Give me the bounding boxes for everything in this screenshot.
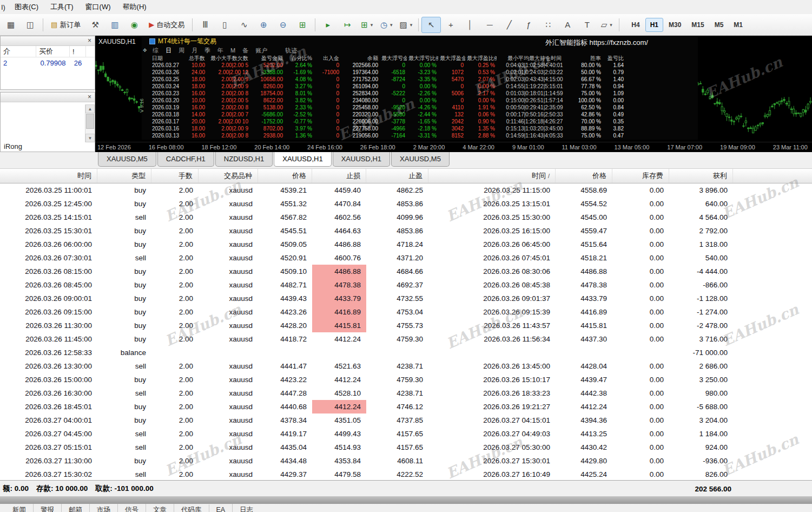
timeframe-button[interactable]: M1 <box>729 18 748 32</box>
terminal-tab[interactable]: 信号 <box>117 504 146 512</box>
zoom-in-button[interactable]: ⊕ <box>254 17 273 33</box>
stats-menu-item[interactable]: 备 <box>242 47 248 55</box>
history-header-cell[interactable]: 价格 <box>556 169 612 183</box>
move-icon[interactable]: ✥ <box>143 48 147 53</box>
close-icon[interactable]: × <box>85 94 94 101</box>
history-row[interactable]: 2026.03.26 15:00:00buy2.00xauusd4423.224… <box>0 373 812 386</box>
column-header[interactable]: 买价 <box>36 46 70 57</box>
timeframe-button[interactable]: M5 <box>710 18 729 32</box>
auto-trading-button[interactable]: ▶ 自动交易 <box>144 17 189 33</box>
history-row[interactable]: 2026.03.27 04:45:00sell2.00xauusd4419.17… <box>0 427 812 441</box>
tile-windows-button[interactable]: ⊞ <box>293 17 312 33</box>
history-row[interactable]: 2026.03.26 16:30:00sell2.00xauusd4447.28… <box>0 386 812 400</box>
print-button[interactable]: ▥ <box>105 17 124 33</box>
profiles-button[interactable]: ◫ <box>21 17 40 33</box>
auto-scroll-button[interactable]: ▸ <box>318 17 338 33</box>
stats-menu-item[interactable]: 周 <box>179 47 184 55</box>
chart-tab[interactable]: XAUUSD,M5 <box>98 152 156 167</box>
chart-tab[interactable]: NZDUSD,H1 <box>215 152 273 167</box>
line-chart-button[interactable]: ∿ <box>234 17 254 33</box>
history-row[interactable]: 2026.03.26 08:15:00buy2.00xauusd4509.104… <box>0 265 812 278</box>
chart-tab[interactable]: XAUUSD,H1 <box>333 152 390 167</box>
history-row[interactable]: 2026.03.25 12:45:00buy2.00xauusd4551.324… <box>0 197 812 211</box>
history-row[interactable]: 2026.03.26 11:45:00buy2.00xauusd4418.724… <box>0 332 812 346</box>
menu-item[interactable]: 窗口(W) <box>80 0 117 14</box>
menu-item[interactable]: 图表(C) <box>9 0 44 14</box>
history-header-cell[interactable]: 手数 <box>151 169 199 183</box>
history-header-cell[interactable]: 库存费 <box>612 169 669 183</box>
stats-menu-item[interactable]: 季 <box>204 47 210 55</box>
close-icon[interactable]: × <box>85 37 94 45</box>
history-row[interactable]: 2026.03.27 05:15:01sell2.00xauusd4435.04… <box>0 441 812 454</box>
terminal-tab[interactable]: 代码库 <box>174 504 209 512</box>
scrollbar[interactable]: ▲ ▼ <box>85 104 95 142</box>
history-header-cell[interactable]: 交易品种 <box>199 169 258 183</box>
stats-menu-item[interactable]: M <box>230 47 235 54</box>
column-header[interactable]: ! <box>70 46 86 57</box>
history-row[interactable]: 2026.03.26 07:30:01sell2.00xauusd4520.91… <box>0 251 812 265</box>
history-header-cell[interactable]: 价格 <box>258 169 312 183</box>
timeframe-button[interactable]: H4 <box>626 18 644 32</box>
scroll-down-icon[interactable]: ▼ <box>85 134 95 142</box>
column-header[interactable]: 介 <box>1 46 36 57</box>
scroll-thumb[interactable] <box>86 114 94 129</box>
terminal-tab[interactable]: 日志 <box>232 504 260 512</box>
history-row[interactable]: 2026.03.25 15:30:01buy2.00xauusd4545.514… <box>0 224 812 238</box>
stats-menu-item[interactable]: 综 <box>153 47 159 55</box>
history-header-cell[interactable]: 时间 <box>0 169 97 183</box>
fibonacci-button[interactable]: ƒ <box>519 17 538 33</box>
stats-menu-item[interactable]: 年 <box>217 47 223 55</box>
new-order-button[interactable]: ▤ 新订单 <box>46 17 85 33</box>
stats-menu-item[interactable]: 日 <box>166 47 171 55</box>
objects-button[interactable]: ∷ <box>538 17 558 33</box>
cursor-button[interactable]: ↖ <box>421 17 441 33</box>
zoom-out-button[interactable]: ⊖ <box>273 17 293 33</box>
history-header-cell[interactable]: 止损 <box>312 169 366 183</box>
tree-item[interactable]: iRong <box>4 142 22 150</box>
terminal-tab[interactable]: 文章 <box>146 504 174 512</box>
history-row[interactable]: 2026.03.25 11:00:01buy2.00xauusd4539.214… <box>0 183 812 197</box>
market-watch-row[interactable]: 20.7990826 <box>1 57 95 69</box>
history-row[interactable]: 2026.03.26 13:30:00sell2.00xauusd4441.47… <box>0 359 812 373</box>
label-button[interactable]: T <box>577 17 597 33</box>
history-row[interactable]: 2026.03.27 11:30:00buy2.00xauusd4434.484… <box>0 454 812 468</box>
crosshair-button[interactable]: + <box>441 17 460 33</box>
history-row[interactable]: 2026.03.26 09:15:00buy2.00xauusd4423.264… <box>0 305 812 319</box>
horizontal-line-button[interactable]: ─ <box>480 17 499 33</box>
history-row[interactable]: 2026.03.27 15:30:02sell2.00xauusd4429.37… <box>0 468 812 481</box>
history-row[interactable]: 2026.03.26 11:30:00buy2.00xauusd4428.204… <box>0 319 812 332</box>
menu-item-partial[interactable]: I) <box>0 3 9 11</box>
candle-chart-button[interactable]: ▯ <box>215 17 234 33</box>
trendline-button[interactable]: ╱ <box>499 17 519 33</box>
history-row[interactable]: 2026.03.26 06:00:00buy2.00xauusd4509.054… <box>0 238 812 251</box>
history-row[interactable]: 2026.03.27 04:00:01buy2.00xauusd4378.344… <box>0 413 812 427</box>
new-chart-button[interactable]: ⊞▾ <box>357 17 377 33</box>
chart-tab[interactable]: XAUUSD,M5 <box>391 152 450 167</box>
bar-chart-button[interactable]: Ⅲ <box>195 17 215 33</box>
menu-item[interactable]: 帮助(H) <box>117 0 153 14</box>
history-row[interactable]: 2026.03.26 18:45:01buy2.00xauusd4440.684… <box>0 400 812 413</box>
shapes-button[interactable]: ▱▾ <box>597 17 616 33</box>
terminal-tab[interactable]: 警报 <box>33 504 61 512</box>
text-button[interactable]: A <box>558 17 577 33</box>
history-row[interactable]: 2026.03.26 12:58:33balance-71 000.00 <box>0 346 812 359</box>
terminal-tab[interactable]: 新闻 <box>5 504 33 512</box>
vertical-line-button[interactable]: │ <box>460 17 480 33</box>
terminal-tab[interactable]: 邮箱 <box>61 504 89 512</box>
history-header-cell[interactable]: 时间/ <box>428 169 556 183</box>
timeframe-button[interactable]: H1 <box>645 18 663 32</box>
history-header-cell[interactable]: 获利 <box>669 169 733 183</box>
terminal-tab[interactable]: 市场 <box>89 504 117 512</box>
stats-menu-item[interactable]: 账户 <box>255 47 267 55</box>
terminal-tab[interactable]: EA <box>209 504 233 512</box>
charts-grid-button[interactable]: ▦ <box>1 17 21 33</box>
timeframe-button[interactable]: M15 <box>686 18 709 32</box>
chart-area[interactable]: XAUUSD,H1 外汇智能指标 https://fxznzb.com/ ✥ M… <box>95 36 812 142</box>
chart-tab[interactable]: XAUUSD,H1 <box>274 152 331 167</box>
chart-tab[interactable]: CADCHF,H1 <box>157 152 214 167</box>
history-row[interactable]: 2026.03.26 09:00:01buy2.00xauusd4439.434… <box>0 292 812 305</box>
news-button[interactable]: ◉ <box>124 17 144 33</box>
stats-menu-item[interactable]: 月 <box>192 47 197 55</box>
timeframe-button[interactable]: M30 <box>664 18 686 32</box>
periods-button[interactable]: ◷▾ <box>377 17 396 33</box>
